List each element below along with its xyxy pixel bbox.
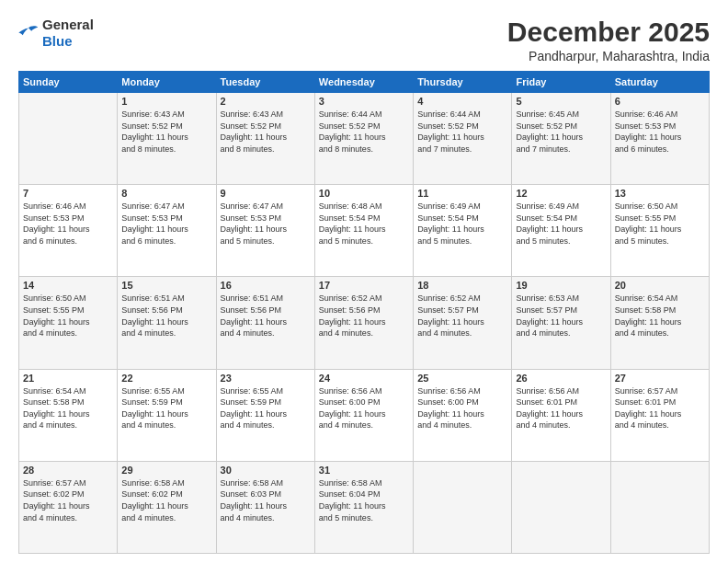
calendar-cell: 17Sunrise: 6:52 AMSunset: 5:56 PMDayligh…: [314, 277, 413, 369]
weekday-header: Sunday: [19, 72, 118, 93]
day-info: Sunrise: 6:54 AMSunset: 5:58 PMDaylight:…: [615, 293, 705, 339]
logo-icon: [18, 25, 39, 41]
day-number: 2: [221, 96, 311, 107]
calendar-cell: 27Sunrise: 6:57 AMSunset: 6:01 PMDayligh…: [610, 369, 709, 461]
day-info: Sunrise: 6:47 AMSunset: 5:53 PMDaylight:…: [121, 201, 211, 247]
calendar-cell: 18Sunrise: 6:52 AMSunset: 5:57 PMDayligh…: [414, 277, 512, 369]
day-info: Sunrise: 6:52 AMSunset: 5:57 PMDaylight:…: [417, 293, 507, 339]
day-number: 24: [319, 373, 409, 384]
calendar-cell: [414, 461, 512, 553]
day-number: 12: [516, 188, 606, 199]
day-number: 28: [23, 465, 113, 476]
logo: General Blue: [18, 17, 94, 50]
day-info: Sunrise: 6:54 AMSunset: 5:58 PMDaylight:…: [23, 385, 113, 431]
day-info: Sunrise: 6:48 AMSunset: 5:54 PMDaylight:…: [319, 201, 409, 247]
day-info: Sunrise: 6:51 AMSunset: 5:56 PMDaylight:…: [121, 293, 211, 339]
calendar-week-row: 28Sunrise: 6:57 AMSunset: 6:02 PMDayligh…: [19, 461, 710, 553]
weekday-header: Tuesday: [216, 72, 314, 93]
day-info: Sunrise: 6:57 AMSunset: 6:02 PMDaylight:…: [23, 477, 113, 523]
calendar-cell: 7Sunrise: 6:46 AMSunset: 5:53 PMDaylight…: [19, 185, 118, 277]
day-number: 3: [319, 96, 409, 107]
calendar-cell: 29Sunrise: 6:58 AMSunset: 6:02 PMDayligh…: [118, 461, 216, 553]
day-number: 15: [121, 280, 211, 291]
calendar-cell: 1Sunrise: 6:43 AMSunset: 5:52 PMDaylight…: [118, 93, 216, 185]
day-info: Sunrise: 6:50 AMSunset: 5:55 PMDaylight:…: [615, 201, 705, 247]
calendar-cell: 22Sunrise: 6:55 AMSunset: 5:59 PMDayligh…: [118, 369, 216, 461]
calendar-cell: 8Sunrise: 6:47 AMSunset: 5:53 PMDaylight…: [118, 185, 216, 277]
day-info: Sunrise: 6:55 AMSunset: 5:59 PMDaylight:…: [221, 385, 311, 431]
day-number: 5: [516, 96, 606, 107]
page: General Blue December 2025 Pandharpur, M…: [0, 0, 728, 563]
calendar-cell: [610, 461, 709, 553]
calendar-cell: [512, 461, 610, 553]
calendar-cell: 12Sunrise: 6:49 AMSunset: 5:54 PMDayligh…: [512, 185, 610, 277]
calendar-header-row: SundayMondayTuesdayWednesdayThursdayFrid…: [19, 72, 710, 93]
day-number: 19: [516, 280, 606, 291]
calendar-cell: 13Sunrise: 6:50 AMSunset: 5:55 PMDayligh…: [610, 185, 709, 277]
day-info: Sunrise: 6:55 AMSunset: 5:59 PMDaylight:…: [121, 385, 211, 431]
day-number: 6: [615, 96, 705, 107]
day-number: 31: [319, 465, 409, 476]
day-number: 9: [221, 188, 311, 199]
day-number: 10: [319, 188, 409, 199]
calendar-cell: 2Sunrise: 6:43 AMSunset: 5:52 PMDaylight…: [216, 93, 314, 185]
day-info: Sunrise: 6:49 AMSunset: 5:54 PMDaylight:…: [417, 201, 507, 247]
day-number: 4: [417, 96, 507, 107]
calendar-cell: 14Sunrise: 6:50 AMSunset: 5:55 PMDayligh…: [19, 277, 118, 369]
day-info: Sunrise: 6:43 AMSunset: 5:52 PMDaylight:…: [221, 109, 311, 155]
day-number: 20: [615, 280, 705, 291]
day-number: 22: [121, 373, 211, 384]
weekday-header: Thursday: [414, 72, 512, 93]
day-info: Sunrise: 6:50 AMSunset: 5:55 PMDaylight:…: [23, 293, 113, 339]
calendar-cell: 28Sunrise: 6:57 AMSunset: 6:02 PMDayligh…: [19, 461, 118, 553]
day-number: 14: [23, 280, 113, 291]
calendar-cell: 4Sunrise: 6:44 AMSunset: 5:52 PMDaylight…: [414, 93, 512, 185]
calendar-cell: 31Sunrise: 6:58 AMSunset: 6:04 PMDayligh…: [314, 461, 413, 553]
day-number: 8: [121, 188, 211, 199]
day-number: 26: [516, 373, 606, 384]
day-info: Sunrise: 6:58 AMSunset: 6:02 PMDaylight:…: [121, 477, 211, 523]
calendar-cell: 9Sunrise: 6:47 AMSunset: 5:53 PMDaylight…: [216, 185, 314, 277]
calendar-cell: 21Sunrise: 6:54 AMSunset: 5:58 PMDayligh…: [19, 369, 118, 461]
day-info: Sunrise: 6:57 AMSunset: 6:01 PMDaylight:…: [615, 385, 705, 431]
day-info: Sunrise: 6:45 AMSunset: 5:52 PMDaylight:…: [516, 109, 606, 155]
calendar-cell: 11Sunrise: 6:49 AMSunset: 5:54 PMDayligh…: [414, 185, 512, 277]
calendar-cell: 15Sunrise: 6:51 AMSunset: 5:56 PMDayligh…: [118, 277, 216, 369]
weekday-header: Wednesday: [314, 72, 413, 93]
day-number: 16: [221, 280, 311, 291]
day-number: 30: [221, 465, 311, 476]
month-title: December 2025: [507, 17, 710, 47]
weekday-header: Monday: [118, 72, 216, 93]
location-title: Pandharpur, Maharashtra, India: [507, 49, 710, 63]
header: General Blue December 2025 Pandharpur, M…: [18, 17, 710, 63]
day-info: Sunrise: 6:49 AMSunset: 5:54 PMDaylight:…: [516, 201, 606, 247]
calendar-cell: [19, 93, 118, 185]
calendar-cell: 3Sunrise: 6:44 AMSunset: 5:52 PMDaylight…: [314, 93, 413, 185]
calendar-cell: 30Sunrise: 6:58 AMSunset: 6:03 PMDayligh…: [216, 461, 314, 553]
day-info: Sunrise: 6:51 AMSunset: 5:56 PMDaylight:…: [221, 293, 311, 339]
day-number: 11: [417, 188, 507, 199]
day-number: 13: [615, 188, 705, 199]
day-info: Sunrise: 6:58 AMSunset: 6:04 PMDaylight:…: [319, 477, 409, 523]
calendar-cell: 26Sunrise: 6:56 AMSunset: 6:01 PMDayligh…: [512, 369, 610, 461]
day-number: 23: [221, 373, 311, 384]
calendar-cell: 25Sunrise: 6:56 AMSunset: 6:00 PMDayligh…: [414, 369, 512, 461]
day-number: 27: [615, 373, 705, 384]
day-info: Sunrise: 6:53 AMSunset: 5:57 PMDaylight:…: [516, 293, 606, 339]
calendar-cell: 24Sunrise: 6:56 AMSunset: 6:00 PMDayligh…: [314, 369, 413, 461]
calendar-week-row: 7Sunrise: 6:46 AMSunset: 5:53 PMDaylight…: [19, 185, 710, 277]
day-info: Sunrise: 6:47 AMSunset: 5:53 PMDaylight:…: [221, 201, 311, 247]
day-info: Sunrise: 6:58 AMSunset: 6:03 PMDaylight:…: [221, 477, 311, 523]
calendar-cell: 19Sunrise: 6:53 AMSunset: 5:57 PMDayligh…: [512, 277, 610, 369]
calendar-week-row: 14Sunrise: 6:50 AMSunset: 5:55 PMDayligh…: [19, 277, 710, 369]
title-block: December 2025 Pandharpur, Maharashtra, I…: [507, 17, 710, 63]
weekday-header: Friday: [512, 72, 610, 93]
calendar-week-row: 21Sunrise: 6:54 AMSunset: 5:58 PMDayligh…: [19, 369, 710, 461]
day-info: Sunrise: 6:52 AMSunset: 5:56 PMDaylight:…: [319, 293, 409, 339]
day-info: Sunrise: 6:46 AMSunset: 5:53 PMDaylight:…: [23, 201, 113, 247]
calendar-cell: 23Sunrise: 6:55 AMSunset: 5:59 PMDayligh…: [216, 369, 314, 461]
calendar: SundayMondayTuesdayWednesdayThursdayFrid…: [18, 71, 710, 554]
day-info: Sunrise: 6:56 AMSunset: 6:00 PMDaylight:…: [319, 385, 409, 431]
calendar-cell: 5Sunrise: 6:45 AMSunset: 5:52 PMDaylight…: [512, 93, 610, 185]
calendar-cell: 16Sunrise: 6:51 AMSunset: 5:56 PMDayligh…: [216, 277, 314, 369]
